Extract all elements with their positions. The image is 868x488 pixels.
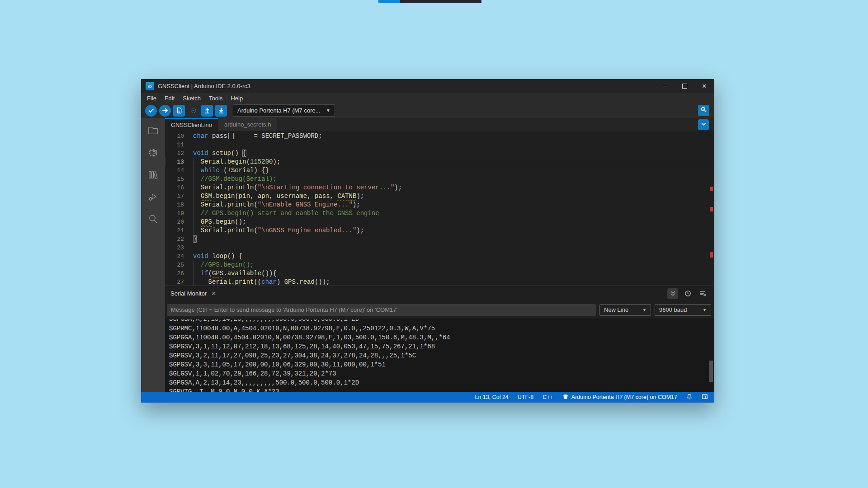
title-bar[interactable]: ∞ GNSSClient | Arduino IDE 2.0.0-rc3 ✕ bbox=[141, 79, 714, 93]
sidebar-item-debug[interactable] bbox=[146, 190, 160, 203]
status-bar: Ln 13, Col 24 UTF-8 C++ Arduino Portenta… bbox=[141, 392, 714, 403]
code-line-25[interactable]: 25 //GPS.begin(); bbox=[165, 261, 714, 269]
menu-tools[interactable]: Tools bbox=[205, 93, 226, 103]
menu-file[interactable]: File bbox=[143, 93, 160, 103]
code-line-15[interactable]: 15 //GSM.debug(Serial); bbox=[165, 175, 714, 183]
code-text: //GPS.begin(); bbox=[193, 261, 254, 269]
serial-monitor-button[interactable] bbox=[698, 105, 709, 116]
chevron-down-icon bbox=[701, 121, 707, 129]
line-number: 14 bbox=[165, 166, 184, 175]
background-window-strip-dark bbox=[400, 0, 481, 3]
activity-sidebar bbox=[141, 118, 165, 392]
serial-line: $GLGSV,1,1,02,70,29,166,28,72,39,321,20,… bbox=[169, 369, 714, 378]
debug-button[interactable] bbox=[187, 105, 199, 117]
serial-line: $GPGSA,A,2,13,14,23,,,,,,,,,500.0,500.0,… bbox=[169, 378, 714, 387]
code-editor[interactable]: 10char pass[] = SECRET_PASSWORD;1112void… bbox=[165, 131, 714, 286]
background-window-strip-blue bbox=[378, 0, 400, 3]
code-text: while (!Serial) {} bbox=[193, 166, 269, 175]
new-sketch-button[interactable] bbox=[173, 105, 185, 117]
line-number: 16 bbox=[165, 183, 184, 192]
menu-sketch[interactable]: Sketch bbox=[179, 93, 205, 103]
panel-icon bbox=[702, 394, 708, 401]
save-button[interactable] bbox=[215, 105, 227, 117]
code-line-27[interactable]: 27 Serial.print((char) GPS.read()); bbox=[165, 278, 714, 286]
menu-edit[interactable]: Edit bbox=[160, 93, 179, 103]
sidebar-item-library-manager[interactable] bbox=[146, 168, 160, 181]
code-text: Serial.println("\nGNSS Engine enabled...… bbox=[193, 226, 364, 235]
code-text: //GSM.debug(Serial); bbox=[193, 175, 277, 183]
serial-line: $GPRMC,110040.00,A,4504.02010,N,00738.92… bbox=[169, 324, 714, 333]
code-line-13[interactable]: 13 Serial.begin(115200); bbox=[165, 158, 714, 166]
close-button[interactable]: ✕ bbox=[694, 79, 714, 93]
code-line-22[interactable]: 22} bbox=[165, 235, 714, 244]
line-number: 20 bbox=[165, 218, 184, 226]
code-line-24[interactable]: 24void loop() { bbox=[165, 252, 714, 261]
code-text: GPS.begin(); bbox=[193, 218, 246, 226]
sidebar-item-sketchbook[interactable] bbox=[146, 123, 160, 137]
language-indicator[interactable]: C++ bbox=[542, 394, 553, 400]
close-serial-monitor-button[interactable]: ✕ bbox=[211, 290, 216, 297]
code-line-21[interactable]: 21 Serial.println("\nGNSS Engine enabled… bbox=[165, 226, 714, 235]
serial-monitor-panel: Serial Monitor ✕ New Line ▼ 9600 baud ▼ bbox=[165, 286, 714, 392]
window-title: GNSSClient | Arduino IDE 2.0.0-rc3 bbox=[158, 83, 655, 89]
output-scrollbar-thumb[interactable] bbox=[709, 361, 713, 382]
maximize-button[interactable] bbox=[675, 79, 694, 93]
serial-line-partial: $GPGSA,A,2,13,14,23,,,,,,,,,500.0,500.0,… bbox=[169, 319, 714, 324]
menu-help[interactable]: Help bbox=[226, 93, 247, 103]
code-line-17[interactable]: 17 GSM.begin(pin, apn, username, pass, C… bbox=[165, 192, 714, 201]
code-line-14[interactable]: 14 while (!Serial) {} bbox=[165, 166, 714, 175]
serial-monitor-icon bbox=[700, 106, 707, 115]
line-ending-dropdown[interactable]: New Line ▼ bbox=[599, 304, 651, 316]
sidebar-item-boards-manager[interactable] bbox=[146, 145, 160, 159]
code-line-23[interactable]: 23 bbox=[165, 244, 714, 252]
notifications-button[interactable] bbox=[686, 394, 693, 401]
baud-rate-value: 9600 baud bbox=[659, 306, 687, 313]
open-button[interactable] bbox=[201, 105, 213, 117]
minimize-button[interactable] bbox=[655, 79, 675, 93]
scroll-to-bottom-button[interactable] bbox=[667, 288, 678, 299]
line-number: 13 bbox=[165, 158, 184, 166]
editor-list-dropdown-button[interactable] bbox=[698, 119, 709, 130]
baud-rate-dropdown[interactable]: 9600 baud ▼ bbox=[655, 304, 711, 316]
upload-button[interactable] bbox=[159, 105, 171, 117]
board-port-label: Arduino Portenta H7 (M7 core) on COM17 bbox=[571, 394, 677, 400]
menu-bar: FileEditSketchToolsHelp bbox=[141, 93, 714, 103]
tab-arduino_secrets.h[interactable]: arduino_secrets.h bbox=[218, 118, 277, 131]
serial-line: $GPGGA,110040.00,4504.02010,N,00738.9279… bbox=[169, 333, 714, 342]
tab-GNSSClient.ino[interactable]: GNSSClient.ino bbox=[165, 118, 218, 131]
code-line-10[interactable]: 10char pass[] = SECRET_PASSWORD; bbox=[165, 132, 714, 141]
line-ending-value: New Line bbox=[604, 306, 628, 313]
line-number: 25 bbox=[165, 261, 184, 269]
code-line-12[interactable]: 12void setup() { bbox=[165, 149, 714, 158]
serial-line: $GPGSV,3,1,11,12,07,212,18,13,68,125,28,… bbox=[169, 342, 714, 351]
line-number: 23 bbox=[165, 244, 184, 252]
indent-guide bbox=[193, 261, 193, 286]
code-text: Serial.begin(115200); bbox=[193, 158, 280, 166]
toggle-panel-button[interactable] bbox=[702, 394, 708, 401]
code-line-26[interactable]: 26 if(GPS.available()){ bbox=[165, 269, 714, 278]
board-selector[interactable]: Arduino Portenta H7 (M7 core... ▼ bbox=[233, 104, 335, 117]
code-line-20[interactable]: 20 GPS.begin(); bbox=[165, 218, 714, 226]
serial-monitor-output[interactable]: $GPGSA,A,2,13,14,23,,,,,,,,,500.0,500.0,… bbox=[165, 319, 714, 392]
code-line-18[interactable]: 18 Serial.println("\nEnable GNSS Engine.… bbox=[165, 201, 714, 209]
cursor-position[interactable]: Ln 13, Col 24 bbox=[475, 394, 508, 400]
serial-monitor-tab[interactable]: Serial Monitor bbox=[170, 290, 207, 297]
code-text: void loop() { bbox=[193, 252, 242, 261]
clear-output-button[interactable] bbox=[697, 288, 708, 299]
code-line-11[interactable]: 11 bbox=[165, 141, 714, 149]
debug-icon bbox=[190, 107, 197, 114]
timestamp-button[interactable] bbox=[682, 288, 693, 299]
code-line-16[interactable]: 16 Serial.println("\nStarting connection… bbox=[165, 183, 714, 192]
message-input[interactable] bbox=[167, 304, 596, 316]
indent-guide bbox=[193, 158, 193, 235]
verify-button[interactable] bbox=[145, 105, 157, 117]
clock-icon bbox=[684, 290, 691, 297]
sidebar-item-search[interactable] bbox=[146, 212, 160, 225]
code-line-19[interactable]: 19 // GPS.begin() start and eanble the G… bbox=[165, 209, 714, 218]
code-text: // GPS.begin() start and eanble the GNSS… bbox=[193, 209, 379, 218]
check-icon bbox=[148, 107, 155, 114]
line-number: 11 bbox=[165, 141, 184, 149]
encoding-indicator[interactable]: UTF-8 bbox=[518, 394, 533, 400]
board-port-indicator[interactable]: Arduino Portenta H7 (M7 core) on COM17 bbox=[562, 394, 677, 401]
board-selector-label: Arduino Portenta H7 (M7 core... bbox=[237, 107, 321, 114]
